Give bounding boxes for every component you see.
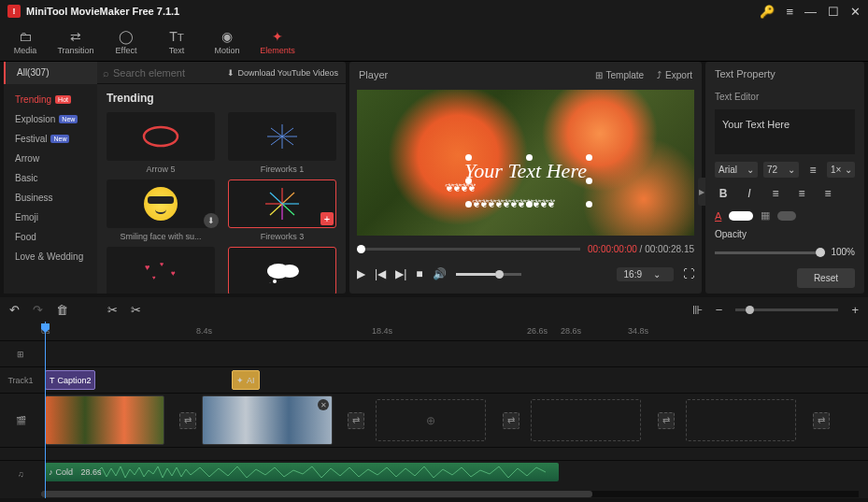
tab-text[interactable]: TTText — [151, 22, 202, 62]
element-item[interactable] — [228, 247, 336, 294]
transition-slot[interactable]: ⇄ — [813, 412, 830, 429]
text-color-swatch[interactable] — [729, 211, 753, 221]
align-right-button[interactable]: ≡ — [819, 187, 836, 200]
opacity-slider[interactable] — [715, 251, 825, 254]
text-input[interactable]: Your Text Here — [715, 109, 855, 154]
chevron-down-icon: ⌄ — [653, 269, 661, 280]
element-clip[interactable]: ✦AI — [232, 370, 260, 390]
caption-clip[interactable]: TCaption2 — [45, 370, 95, 390]
export-button[interactable]: ⤴Export — [657, 70, 692, 80]
download-element-icon[interactable]: ⬇ — [204, 213, 219, 228]
align-left-button[interactable]: ≡ — [767, 187, 784, 200]
layers-icon[interactable]: ⊞ — [0, 350, 41, 359]
tab-effect[interactable]: ◯Effect — [101, 22, 151, 62]
cat-arrow[interactable]: Arrow — [4, 149, 97, 168]
search-input[interactable]: ⌕ Search element — [97, 67, 227, 79]
tab-media[interactable]: 🗀Media — [0, 22, 50, 62]
volume-slider[interactable] — [456, 273, 521, 276]
cat-food[interactable]: Food — [4, 227, 97, 247]
scale-select[interactable]: 1×⌄ — [827, 162, 855, 178]
overlay-text[interactable]: Your Text Here — [464, 159, 587, 183]
video-track-icon: 🎬 — [0, 416, 41, 425]
transition-slot[interactable]: ⇄ — [179, 412, 196, 429]
svg-line-8 — [271, 128, 282, 136]
empty-clip-slot[interactable] — [686, 399, 796, 441]
playhead[interactable] — [45, 322, 46, 498]
zoom-out-button[interactable]: − — [716, 303, 723, 317]
cat-explosion[interactable]: ExplosionNew — [4, 109, 97, 129]
element-item[interactable]: + Fireworks 3 — [228, 179, 336, 241]
aspect-select[interactable]: 16:9⌄ — [617, 267, 674, 281]
svg-point-22 — [280, 265, 299, 278]
cat-basic[interactable]: Basic — [4, 168, 97, 188]
transition-slot[interactable]: ⇄ — [658, 412, 675, 429]
fullscreen-button[interactable]: ⛶ — [683, 267, 694, 280]
cat-love-wedding[interactable]: Love & Wedding — [4, 247, 97, 266]
minimize-icon[interactable]: — — [804, 5, 817, 19]
seek-bar[interactable] — [357, 248, 580, 251]
empty-clip-slot[interactable]: ⊕ — [376, 399, 486, 441]
cat-business[interactable]: Business — [4, 188, 97, 208]
line-spacing-icon[interactable]: ≡ — [804, 164, 821, 177]
size-select[interactable]: 72⌄ — [763, 162, 799, 178]
cat-festival[interactable]: FestivalNew — [4, 129, 97, 149]
prev-frame-button[interactable]: |◀ — [375, 267, 386, 280]
stop-button[interactable]: ■ — [416, 267, 422, 280]
add-element-icon[interactable]: + — [320, 212, 334, 225]
highlight-swatch[interactable] — [777, 211, 796, 221]
volume-icon[interactable]: 🔊 — [433, 267, 447, 280]
reset-button[interactable]: Reset — [797, 268, 855, 288]
timeline[interactable]: 0s 8.4s 18.4s 26.6s 28.6s 34.8s ⊞ Track1… — [0, 322, 868, 498]
play-button[interactable]: ▶ — [357, 267, 365, 280]
video-clip-1[interactable] — [45, 395, 164, 445]
element-item[interactable]: Arrow 5 — [107, 112, 215, 174]
tab-elements[interactable]: ✦Elements — [252, 22, 303, 62]
template-button[interactable]: ⊞Template — [595, 70, 645, 80]
preview-area[interactable]: Your Text Here ❦❦❦❦ ❦❦❦❦❦❦❦❦❦❦❦ — [357, 90, 694, 236]
video-clip-2[interactable]: ✕ — [202, 395, 333, 445]
text-color-icon: A — [715, 210, 721, 222]
video-track[interactable]: 🎬 ⇄ ✕ ⇄ ⊕ ⇄ ⇄ ⇄ — [0, 393, 868, 447]
svg-line-6 — [271, 136, 282, 145]
audio-track[interactable]: ♫ ♪Cold 28.6s — [0, 460, 868, 486]
svg-line-14 — [270, 204, 282, 215]
close-icon[interactable]: ✕ — [850, 5, 861, 19]
cat-emoji[interactable]: Emoji — [4, 208, 97, 227]
collapse-props-button[interactable]: ▶ — [698, 178, 705, 206]
text-track[interactable]: Track1 TCaption2 ✦AI — [0, 366, 868, 393]
tab-motion[interactable]: ◉Motion — [202, 22, 252, 62]
split-button[interactable]: ✂ — [107, 303, 118, 317]
undo-button[interactable]: ↶ — [9, 303, 20, 317]
zoom-slider[interactable] — [735, 308, 838, 311]
zoom-in-button[interactable]: + — [851, 303, 859, 317]
next-frame-button[interactable]: ▶| — [395, 267, 406, 280]
redo-button[interactable]: ↷ — [33, 303, 43, 317]
menu-icon[interactable]: ≡ — [786, 5, 793, 19]
svg-line-4 — [282, 136, 293, 145]
font-select[interactable]: Arial⌄ — [715, 162, 758, 178]
category-all[interactable]: All(307) — [4, 62, 97, 84]
italic-button[interactable]: I — [741, 187, 758, 200]
timeline-ruler[interactable]: 0s 8.4s 18.4s 26.6s 28.6s 34.8s — [41, 323, 868, 340]
tab-transition[interactable]: ⇄Transition — [50, 22, 101, 62]
audio-sync-icon[interactable]: ⊪ — [692, 303, 703, 317]
align-center-button[interactable]: ≡ — [793, 187, 810, 200]
category-list[interactable]: TrendingHot ExplosionNew FestivalNew Arr… — [4, 84, 97, 294]
element-item[interactable]: Fireworks 1 — [228, 112, 336, 174]
audio-clip[interactable]: ♪Cold 28.6s — [45, 463, 559, 481]
bold-button[interactable]: B — [715, 187, 732, 200]
element-item[interactable]: Smiling face with su... ⬇ — [107, 179, 215, 241]
download-youtube-link[interactable]: ⬇ Download YouTube Videos — [227, 68, 346, 78]
transition-slot[interactable]: ⇄ — [348, 412, 364, 429]
empty-clip-slot[interactable] — [531, 399, 641, 441]
timeline-scrollbar[interactable] — [41, 491, 859, 497]
player-panel: Player ⊞Template ⤴Export Your Text Here … — [349, 62, 702, 294]
crop-button[interactable]: ✂ — [131, 303, 141, 317]
maximize-icon[interactable]: ☐ — [828, 5, 839, 19]
transition-slot[interactable]: ⇄ — [503, 412, 519, 429]
chevron-down-icon: ⌄ — [845, 165, 852, 175]
element-item[interactable]: ♥♥♥♥ — [107, 247, 215, 294]
upgrade-icon[interactable]: 🔑 — [760, 5, 775, 19]
delete-button[interactable]: 🗑 — [56, 303, 68, 317]
cat-trending[interactable]: TrendingHot — [4, 90, 97, 109]
